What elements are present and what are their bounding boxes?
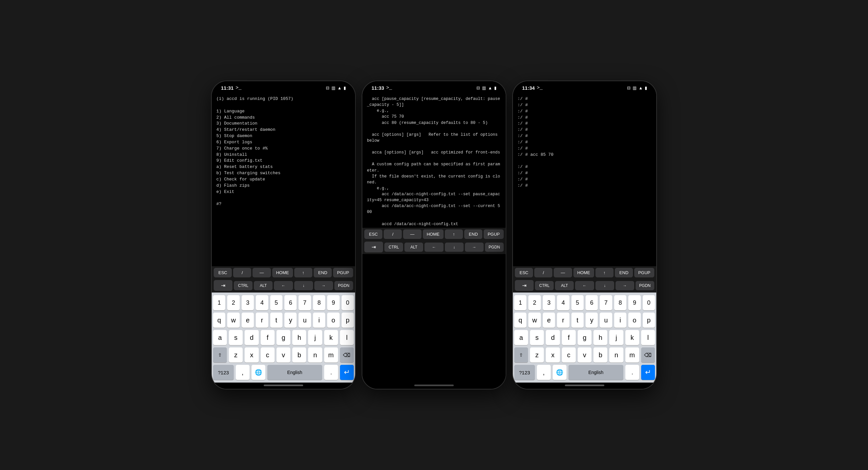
- dash-key-2[interactable]: —: [403, 229, 421, 239]
- key-k-3[interactable]: k: [625, 330, 639, 345]
- key-w-3[interactable]: w: [528, 313, 540, 328]
- key-v-3[interactable]: v: [578, 347, 591, 363]
- key-t-3[interactable]: t: [571, 313, 584, 328]
- slash-key-3[interactable]: /: [534, 268, 552, 277]
- left-key-1[interactable]: ←: [274, 281, 292, 290]
- right-key-1[interactable]: →: [314, 281, 333, 290]
- key-h-3[interactable]: h: [593, 330, 607, 345]
- right-key-3[interactable]: →: [616, 281, 634, 290]
- home-key-1[interactable]: HOME: [272, 268, 293, 277]
- key-4-3[interactable]: 4: [557, 295, 569, 310]
- key-b-3[interactable]: b: [593, 347, 607, 363]
- key-1-1[interactable]: 1: [213, 295, 225, 310]
- end-key-2[interactable]: END: [464, 229, 482, 239]
- key-c-1[interactable]: c: [261, 347, 275, 363]
- key-z-3[interactable]: z: [530, 347, 544, 363]
- period-key-3[interactable]: .: [625, 365, 639, 380]
- backspace-key-1[interactable]: ⌫: [340, 347, 354, 363]
- key-e-3[interactable]: e: [543, 313, 555, 328]
- down-key-3[interactable]: ↓: [595, 281, 614, 290]
- key-c-3[interactable]: c: [562, 347, 576, 363]
- key-e-1[interactable]: e: [242, 313, 254, 328]
- key-t-1[interactable]: t: [270, 313, 282, 328]
- key-g-1[interactable]: g: [277, 330, 290, 345]
- key-y-1[interactable]: y: [284, 313, 297, 328]
- home-key-3[interactable]: HOME: [574, 268, 594, 277]
- ctrl-key-3[interactable]: CTRL: [535, 281, 554, 290]
- alt-key-3[interactable]: ALT: [555, 281, 574, 290]
- key-k-1[interactable]: k: [324, 330, 338, 345]
- pgdn-key-2[interactable]: PGDN: [485, 243, 504, 252]
- key-3-3[interactable]: 3: [543, 295, 555, 310]
- key-a-1[interactable]: a: [213, 330, 227, 345]
- key-u-1[interactable]: u: [299, 313, 311, 328]
- esc-key-2[interactable]: ESC: [364, 229, 382, 239]
- tab-key-1[interactable]: ⇥: [214, 280, 232, 291]
- esc-key-1[interactable]: ESC: [214, 268, 232, 277]
- key-5-1[interactable]: 5: [270, 295, 282, 310]
- key-d-1[interactable]: d: [245, 330, 258, 345]
- end-key-3[interactable]: END: [615, 268, 633, 277]
- pgup-key-1[interactable]: PGUP: [333, 268, 353, 277]
- key-f-3[interactable]: f: [562, 330, 576, 345]
- key-u-3[interactable]: u: [600, 313, 612, 328]
- dash-key-1[interactable]: —: [252, 268, 271, 277]
- key-6-1[interactable]: 6: [284, 295, 297, 310]
- key-m-3[interactable]: m: [625, 347, 639, 363]
- key-p-1[interactable]: p: [342, 313, 354, 328]
- esc-key-3[interactable]: ESC: [515, 268, 533, 277]
- pgdn-key-1[interactable]: PGDN: [334, 281, 353, 290]
- key-q-3[interactable]: q: [514, 313, 526, 328]
- comma-key-3[interactable]: ,: [537, 365, 551, 380]
- up-key-2[interactable]: ↑: [445, 229, 463, 239]
- key-o-1[interactable]: o: [327, 313, 339, 328]
- shift-key-3[interactable]: ⇧: [514, 347, 528, 363]
- left-key-2[interactable]: ←: [425, 243, 443, 252]
- key-b-1[interactable]: b: [292, 347, 306, 363]
- key-8-3[interactable]: 8: [614, 295, 626, 310]
- pgup-key-3[interactable]: PGUP: [634, 268, 654, 277]
- enter-key-3[interactable]: ↵: [641, 365, 655, 380]
- period-key-1[interactable]: .: [324, 365, 338, 380]
- key-l-1[interactable]: l: [340, 330, 354, 345]
- key-y-3[interactable]: y: [586, 313, 598, 328]
- enter-key-1[interactable]: ↵: [340, 365, 354, 380]
- down-key-2[interactable]: ↓: [445, 243, 464, 252]
- key-7-3[interactable]: 7: [600, 295, 612, 310]
- key-v-1[interactable]: v: [277, 347, 290, 363]
- key-9-1[interactable]: 9: [327, 295, 339, 310]
- home-key-2[interactable]: HOME: [423, 229, 443, 239]
- dash-key-3[interactable]: —: [554, 268, 572, 277]
- tab-key-2[interactable]: ⇥: [364, 242, 383, 252]
- key-9-3[interactable]: 9: [628, 295, 641, 310]
- key-x-1[interactable]: x: [245, 347, 258, 363]
- key-g-3[interactable]: g: [578, 330, 591, 345]
- key-i-1[interactable]: i: [313, 313, 325, 328]
- key-d-3[interactable]: d: [546, 330, 560, 345]
- key-o-3[interactable]: o: [628, 313, 641, 328]
- num-key-3[interactable]: ?123: [514, 365, 535, 380]
- key-n-1[interactable]: n: [308, 347, 322, 363]
- key-j-1[interactable]: j: [308, 330, 322, 345]
- english-spacebar-1[interactable]: English: [267, 365, 322, 380]
- pgup-key-2[interactable]: PGUP: [484, 229, 504, 239]
- key-1-3[interactable]: 1: [514, 295, 526, 310]
- num-key-1[interactable]: ?123: [213, 365, 234, 380]
- key-x-3[interactable]: x: [546, 347, 560, 363]
- key-2-1[interactable]: 2: [227, 295, 239, 310]
- key-5-3[interactable]: 5: [571, 295, 584, 310]
- key-r-1[interactable]: r: [256, 313, 268, 328]
- key-n-3[interactable]: n: [609, 347, 623, 363]
- down-key-1[interactable]: ↓: [294, 281, 313, 290]
- pgdn-key-3[interactable]: PGDN: [636, 281, 654, 290]
- key-a-3[interactable]: a: [514, 330, 528, 345]
- key-m-1[interactable]: m: [324, 347, 338, 363]
- key-6-3[interactable]: 6: [586, 295, 598, 310]
- right-key-2[interactable]: →: [465, 243, 484, 252]
- key-7-1[interactable]: 7: [299, 295, 311, 310]
- up-key-1[interactable]: ↑: [294, 268, 312, 277]
- alt-key-1[interactable]: ALT: [254, 281, 273, 290]
- key-2-3[interactable]: 2: [528, 295, 540, 310]
- globe-key-1[interactable]: 🌐: [251, 365, 265, 380]
- key-3-1[interactable]: 3: [242, 295, 254, 310]
